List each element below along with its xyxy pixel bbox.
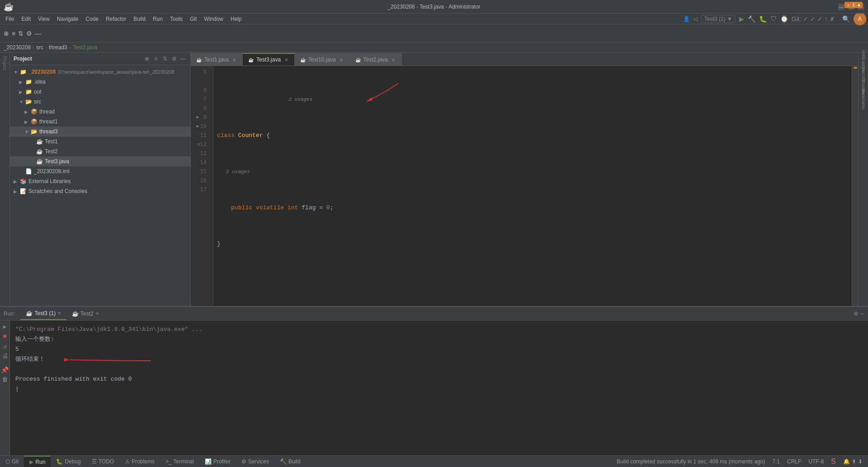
bottom-tab-git[interactable]: ⬡ Git [0, 456, 24, 467]
project-icon-settings[interactable]: ⚙ [170, 55, 178, 62]
diamond-gutter-12[interactable]: ◇ [198, 140, 200, 149]
chatgpt-icon[interactable]: ChatGPT [859, 70, 868, 78]
toolbar-icon-1[interactable]: ⊕ [4, 30, 9, 37]
run-output[interactable]: "C:\Program Files\Java\jdk1.8.0_341\bin\… [10, 321, 868, 455]
tree-src[interactable]: ▼ 📂 src [10, 97, 190, 107]
bookmarks-icon[interactable]: Bookmarks [859, 95, 868, 103]
editor-scrollbar[interactable] [852, 66, 858, 306]
project-icon-collapse[interactable]: ≡ [152, 55, 160, 62]
tab-test2[interactable]: ☕ Test2.java ✕ [350, 53, 402, 66]
breadcrumb-src[interactable]: src [36, 44, 43, 51]
run-output-cursor[interactable]: | [15, 384, 863, 394]
project-icon[interactable]: Project [0, 59, 9, 68]
menu-view[interactable]: View [34, 15, 53, 23]
code-content[interactable]: 2 usages class Counter { 2 usages [213, 66, 852, 306]
run-rerun-icon[interactable]: ↺ [1, 342, 9, 350]
menu-refactor[interactable]: Refactor [102, 15, 130, 23]
menu-window[interactable]: Window [200, 15, 227, 23]
run-tab-test2-close[interactable]: ✕ [95, 311, 99, 316]
run-tab-test3-close[interactable]: ✕ [57, 311, 61, 316]
tab-test10[interactable]: ☕ Test10.java ✕ [295, 53, 350, 66]
breadcrumb-test3[interactable]: Test3.java [73, 44, 97, 51]
menu-build[interactable]: Build [130, 15, 149, 23]
tab-test10-close[interactable]: ✕ [339, 57, 344, 62]
tree-root[interactable]: ▼ 📁 _20230208 D:\workspace\workspace_jav… [10, 67, 190, 77]
tree-test2[interactable]: ▶ ☕ Test2 [10, 146, 190, 156]
tree-thread3[interactable]: ▼ 📂 thread3 [10, 127, 190, 137]
back-icon[interactable]: ◁ [693, 16, 698, 22]
menu-run[interactable]: Run [149, 15, 166, 23]
debug-button[interactable]: 🐛 [759, 15, 767, 23]
run-print-icon[interactable]: 🖨 [1, 352, 9, 360]
run-play-icon[interactable]: ▶ [1, 322, 9, 330]
breadcrumb-thread3[interactable]: thread3 [49, 44, 67, 51]
bottom-tab-run[interactable]: ▶ Run [24, 456, 51, 467]
run-tab-test3[interactable]: ☕ Test3 (1) ✕ [20, 307, 66, 320]
tree-thread1[interactable]: ▶ 📦 thread1 [10, 117, 190, 127]
menu-navigate[interactable]: Navigate [53, 15, 82, 23]
run-gutter-10[interactable]: ▶ [197, 122, 199, 131]
run-settings-icon[interactable]: ⚙ [854, 310, 858, 317]
tree-test3java[interactable]: ▶ ☕ Test3.java [10, 156, 190, 166]
breadcrumb-20230208[interactable]: _20230208 [4, 44, 31, 51]
toolbar-icon-2[interactable]: ≡ [12, 30, 15, 37]
bottom-tab-terminal[interactable]: >_ Terminal [160, 456, 199, 467]
run-gutter-9[interactable]: ▶ [197, 113, 199, 122]
run-output-line-6: Process finished with exit code 0 [15, 374, 863, 384]
menu-edit[interactable]: Edit [18, 15, 34, 23]
toolbar-icon-3[interactable]: ⇅ [18, 30, 24, 37]
bottom-tab-problems-label: Problems [132, 458, 155, 465]
run-output-line-1: "C:\Program Files\Java\jdk1.8.0_341\bin\… [15, 324, 863, 334]
search-icon[interactable]: 🔍 [842, 15, 850, 23]
bottom-tab-services[interactable]: ⚙ Services [236, 456, 274, 467]
line-num-10: ▶10 [191, 122, 209, 131]
tree-iml[interactable]: ▶ 📄 _20230208.iml [10, 166, 190, 176]
run-minimize-icon[interactable]: — [861, 310, 864, 317]
profile-button[interactable]: ⌚ [780, 15, 788, 23]
left-sidebar-icons: Project [0, 52, 10, 306]
tree-out[interactable]: ▶ 📁 out [10, 87, 190, 97]
tree-test1[interactable]: ▶ ☕ Test1 [10, 137, 190, 146]
run-trash-icon[interactable]: 🗑 [1, 376, 9, 384]
menu-help[interactable]: Help [227, 15, 245, 23]
tab-test1[interactable]: ☕ Test1.java ✕ [191, 53, 243, 66]
notifications-icon[interactable]: Notifications [859, 57, 868, 65]
user-avatar[interactable]: A [854, 13, 866, 25]
run-config[interactable]: Test3 (1) ▼ [701, 15, 736, 23]
project-icon-minimize[interactable]: — [179, 55, 187, 62]
bottom-tab-build[interactable]: 🔨 Build [274, 456, 306, 467]
tab-test1-close[interactable]: ✕ [231, 57, 237, 62]
run-pin-icon[interactable]: 📌 [1, 366, 9, 374]
bottom-tab-todo[interactable]: ☰ TODO [86, 456, 119, 467]
menu-git[interactable]: Git [186, 15, 200, 23]
tab-test3-close[interactable]: ✕ [283, 57, 289, 62]
menu-tools[interactable]: Tools [166, 15, 186, 23]
coverage-button[interactable]: ⛉ [770, 15, 777, 23]
run-tab-test2[interactable]: ☕ Test2 ✕ [66, 307, 104, 320]
bottom-tab-debug[interactable]: 🐛 Debug [51, 456, 86, 467]
tree-thread[interactable]: ▶ 📦 thread [10, 107, 190, 117]
run-tab-test3-icon: ☕ [26, 310, 33, 316]
bottom-tab-profiler[interactable]: 📊 Profiler [199, 456, 236, 467]
menu-file[interactable]: File [2, 15, 18, 23]
tree-idea[interactable]: ▶ 📁 .idea [10, 77, 190, 87]
tree-external-libraries[interactable]: ▶ 📚 External Libraries [10, 176, 190, 186]
file-tree: ▼ 📁 _20230208 D:\workspace\workspace_jav… [10, 65, 190, 306]
code-editor[interactable]: 5 6 7 8 ▶ 9 ▶10 11 ◇12 13 14 15 16 [191, 66, 858, 306]
menu-code[interactable]: Code [82, 15, 102, 23]
run-icon-bottom: ▶ [29, 459, 33, 465]
toolbar-icon-4[interactable]: ⚙ [26, 30, 32, 37]
tab-test2-close[interactable]: ✕ [391, 57, 396, 62]
run-stop-icon[interactable]: ■ [1, 332, 9, 340]
tree-scratches[interactable]: ▶ 📝 Scratches and Consoles [10, 186, 190, 196]
minimize-button[interactable]: — [838, 4, 844, 10]
toolbar-icon-5[interactable]: — [35, 30, 41, 37]
build-button[interactable]: 🔨 [748, 15, 755, 23]
title-bar: ☕ _20230208 - Test3.java - Administrator… [0, 0, 868, 14]
project-icon-sync[interactable]: ⊕ [143, 55, 151, 62]
tab-test3[interactable]: ☕ Test3.java ✕ [243, 53, 295, 66]
bottom-tab-problems[interactable]: ⚠ Problems [119, 456, 160, 467]
profiler-icon: 📊 [205, 458, 212, 465]
run-button[interactable]: ▶ [739, 15, 744, 23]
project-icon-sort[interactable]: ⇅ [161, 55, 169, 62]
